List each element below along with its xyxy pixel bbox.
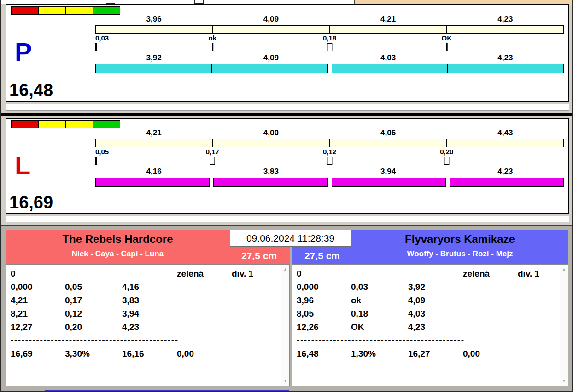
traffic-light [11,120,120,128]
scroll-up-icon[interactable]: ▲ [281,265,289,273]
split-segment [212,139,329,147]
crossing-markers: 0,05 0,17 0,12 0,20 [95,147,564,167]
team-name: Flyvaryors Kamikaze [351,233,568,246]
crossing-indicator-icon [327,43,332,51]
time-segment [332,178,446,187]
cumulative-time: 0,000 [11,280,65,294]
time-segment [95,64,212,73]
crossing-indicator-icon [444,157,449,165]
scroll-down-icon[interactable]: ▼ [560,377,568,385]
net-time: 16,16 [122,347,177,360]
split-bar [95,139,564,147]
start-flag: 0 [297,267,463,280]
crossing-marker: 0,05 [95,148,109,165]
team-members: Nick - Caya - Capi - Luna [6,249,230,259]
time-label: 4,09 [212,53,329,63]
crossing-value: 0,05 [95,148,109,156]
jump-height: 27,5 cm [228,250,290,261]
crossing-value: 0,17 [206,148,219,156]
scroll-up-icon[interactable]: ▲ [560,265,568,273]
time-label: 4,23 [447,167,564,176]
crossing-marker: 0,03 [95,34,109,51]
lane-total-time: 16,48 [9,81,53,100]
timing-app-window: P 16,48 3,96 4,09 4,21 4,23 0,03 [0,0,573,392]
lane-total-time: 16,69 [9,193,53,213]
time-bar [95,64,564,73]
lane-panel-l: L 16,69 4,21 4,00 4,06 4,43 0,05 [6,118,569,214]
light-status: zelená [177,267,232,280]
time-label: 4,23 [447,53,564,63]
background-window-fragment [1,0,354,4]
total-time: 16,69 [11,347,65,360]
split-row: 0,0000,054,16 [11,280,279,294]
split-label: 4,06 [330,128,447,138]
cumulative-time: 12,27 [11,320,65,334]
split-bar [95,25,564,34]
cumulative-time: 12,26 [297,320,351,334]
status-row: 0zelenádiv. 1 [11,267,279,280]
traffic-light-yellow-2 [65,120,93,128]
dog-time: 4,09 [408,294,463,307]
horizontal-scroll-indicator[interactable] [45,390,289,392]
cumulative-time: 3,96 [297,294,351,307]
split-bar-labels: 4,21 4,00 4,06 4,43 [95,129,564,139]
window-fragment-box [194,0,204,4]
crossing-marker: OK [442,34,452,51]
cross-time: 0,05 [65,280,122,294]
cross-time: 0,17 [65,294,122,307]
traffic-light-green [93,120,120,128]
dog-time: 3,92 [408,280,463,294]
split-segment [96,139,212,147]
net-time: 16,27 [408,347,463,360]
time-label: 3,94 [330,167,447,176]
split-label: 4,21 [330,15,447,24]
split-segment [96,26,212,33]
vertical-scrollbar[interactable]: ▲ ▼ [560,265,568,386]
scroll-down-icon[interactable]: ▼ [281,377,289,385]
crossing-marker: 0,20 [440,148,453,165]
window-fragment-box [106,0,115,4]
penalty: 0,00 [177,347,194,360]
vertical-scrollbar[interactable]: ▲ ▼ [281,265,289,386]
cross-time: 0,20 [65,320,122,334]
split-segment [446,139,563,147]
lane-divider [1,113,573,116]
split-label: 4,00 [212,128,329,138]
cross-time: 0,03 [351,280,408,294]
time-segment [211,64,328,73]
time-label: 4,16 [95,167,212,176]
crossing-value: 0,12 [323,148,336,156]
traffic-light [11,6,120,15]
split-row: 8,050,184,03 [297,307,558,320]
crossing-indicator-icon [212,43,213,51]
split-segment [329,26,446,33]
light-status: zelená [463,267,518,280]
split-row: 0,0000,033,92 [297,280,558,294]
penalty: 0,00 [463,347,480,360]
split-label: 3,96 [95,15,212,24]
dog-time: 4,23 [408,320,463,334]
split-label: 4,23 [447,15,564,24]
total-percent: 3,30% [65,347,122,360]
results-rows: 0zelenádiv. 1 0,0000,033,92 3,96ok4,09 8… [297,267,558,360]
time-bar [95,178,564,187]
dog-time: 3,94 [122,307,177,320]
traffic-light-yellow-1 [38,6,66,15]
team-results-table-left: 0zelenádiv. 1 0,0000,054,16 4,210,173,83… [6,264,290,386]
crossing-indicator-icon [210,157,215,165]
traffic-light-green [93,6,120,15]
time-segment [450,178,564,187]
lane-letter-l: L [15,153,30,179]
timestamp: 09.06.2024 11:28:39 [230,230,351,247]
time-label: 3,92 [95,53,212,63]
cumulative-time: 8,05 [297,307,351,320]
lane-status-strip [6,216,569,222]
results-rows: 0zelenádiv. 1 0,0000,054,16 4,210,173,83… [11,267,279,360]
traffic-light-yellow-1 [38,120,66,128]
crossing-indicator-icon [327,157,332,165]
time-segment [213,178,327,187]
time-label: 3,83 [212,167,329,176]
cross-time: ok [351,294,408,307]
traffic-light-yellow-2 [65,6,93,15]
split-row: 12,270,204,23 [11,320,279,334]
